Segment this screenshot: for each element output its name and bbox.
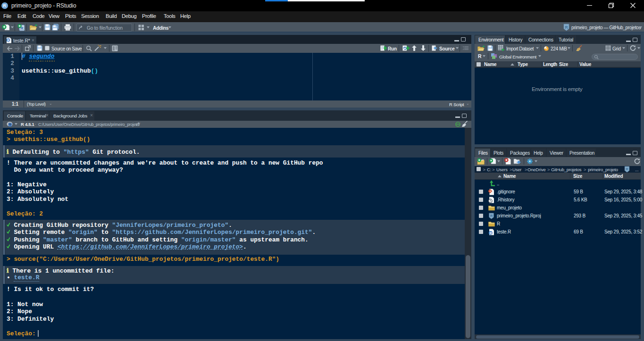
- svg-text:R: R: [565, 25, 568, 30]
- svg-text:R: R: [626, 167, 628, 171]
- svg-text:R: R: [7, 39, 9, 42]
- svg-text:R: R: [489, 232, 492, 235]
- svg-text:R: R: [490, 214, 493, 218]
